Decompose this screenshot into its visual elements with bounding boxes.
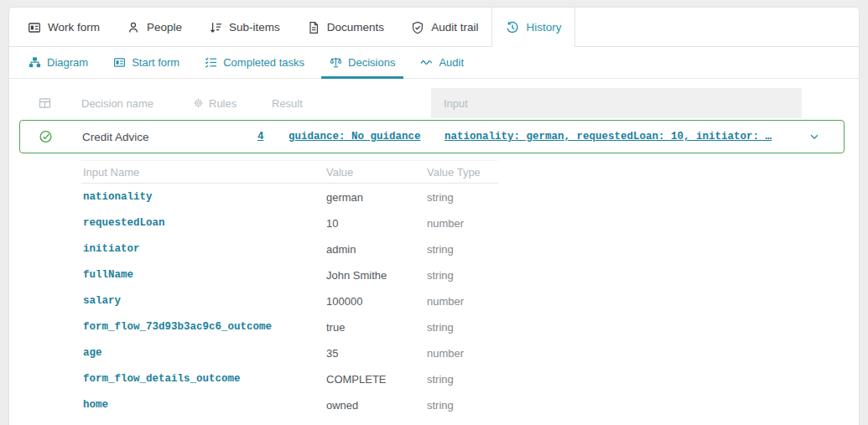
scale-icon	[330, 56, 342, 69]
input-name: initiator	[83, 243, 140, 255]
tab-audit-trail[interactable]: Audit trail	[398, 8, 491, 47]
subtab-label: Audit	[439, 56, 464, 69]
input-details-body: nationality german string requestedLoan …	[81, 184, 498, 417]
input-value: 100000	[326, 294, 362, 307]
decision-row-credit-advice[interactable]: Credit Advice 4 guidance: No guidance na…	[19, 120, 845, 153]
input-name: age	[83, 347, 102, 359]
input-detail-row: home owned string	[81, 391, 498, 417]
chevron-down-icon[interactable]	[808, 131, 820, 143]
tab-label: Audit trail	[431, 21, 478, 34]
sort-desc-icon	[209, 21, 222, 34]
checklist-icon	[205, 56, 217, 69]
input-type: string	[427, 320, 454, 333]
rules-count-link[interactable]: 4	[257, 131, 264, 143]
input-type: string	[427, 190, 454, 203]
input-value: 35	[326, 346, 338, 359]
input-type: number	[427, 346, 464, 359]
tab-work-form[interactable]: Work form	[14, 8, 113, 47]
pulse-icon	[420, 56, 433, 69]
input-name: form_flow_details_outcome	[83, 373, 241, 385]
tab-label: Work form	[48, 21, 100, 34]
tab-label: People	[147, 21, 182, 34]
history-subtabbar: Diagram Start form Complete	[9, 47, 859, 79]
input-detail-row: fullName John Smithe string	[81, 262, 498, 288]
document-icon	[307, 21, 320, 34]
tab-label: Documents	[327, 21, 384, 34]
work-form-icon	[28, 21, 41, 34]
input-column-highlight	[431, 88, 802, 118]
column-header-input: Input	[444, 97, 468, 110]
column-header-decision-name: Decision name	[81, 97, 153, 110]
decision-name: Credit Advice	[82, 131, 149, 143]
decisions-table-header: Decision name Rules Result Input	[9, 87, 859, 119]
column-header-result: Result	[272, 97, 303, 110]
shield-check-icon	[411, 21, 424, 34]
input-value: 10	[326, 216, 338, 229]
input-type: number	[427, 216, 464, 229]
gear-icon	[193, 98, 204, 109]
form-icon	[113, 56, 126, 69]
input-value: admin	[326, 242, 356, 255]
column-header-rules: Rules	[193, 97, 236, 110]
subtab-start-form[interactable]: Start form	[105, 47, 188, 78]
subtab-label: Start form	[132, 56, 179, 69]
column-header-rules-label: Rules	[209, 97, 236, 110]
tab-documents[interactable]: Documents	[294, 8, 398, 47]
input-value: COMPLETE	[326, 372, 387, 385]
subtab-label: Decisions	[348, 56, 395, 69]
column-header-value: Value	[326, 166, 353, 179]
input-detail-row: salary 100000 number	[81, 288, 498, 314]
input-type: string	[427, 398, 454, 411]
input-details-header: Input Name Value Value Type	[81, 160, 498, 184]
input-name: salary	[83, 295, 121, 307]
input-detail-row: initiator admin string	[81, 236, 498, 262]
tab-label: History	[526, 21, 561, 34]
person-icon	[127, 21, 140, 34]
tab-people[interactable]: People	[113, 8, 195, 47]
subtab-label: Diagram	[47, 56, 88, 69]
input-name: home	[83, 399, 108, 411]
input-value: german	[326, 190, 363, 203]
input-type: number	[427, 294, 464, 307]
input-value: true	[326, 320, 345, 333]
subtab-diagram[interactable]: Diagram	[20, 47, 96, 78]
tab-history[interactable]: History	[491, 8, 575, 47]
subtab-audit[interactable]: Audit	[412, 47, 472, 78]
input-value: John Smithe	[326, 268, 387, 281]
subtab-completed-tasks[interactable]: Completed tasks	[196, 47, 313, 78]
check-circle-icon	[39, 130, 53, 144]
case-detail-panel: Work form People Sub-items	[8, 7, 860, 425]
input-detail-row: requestedLoan 10 number	[81, 210, 498, 236]
input-name: requestedLoan	[83, 217, 165, 229]
input-detail-row: nationality german string	[81, 184, 498, 210]
main-tabbar: Work form People Sub-items	[9, 8, 859, 47]
input-detail-row: form_flow_details_outcome COMPLETE strin…	[81, 365, 498, 391]
input-name: nationality	[83, 191, 153, 203]
input-details-table: Input Name Value Value Type nationality …	[81, 160, 498, 417]
input-type: string	[427, 268, 454, 281]
subtab-decisions[interactable]: Decisions	[321, 47, 403, 78]
input-type: string	[427, 372, 454, 385]
result-link[interactable]: guidance: No guidance	[288, 131, 421, 143]
diagram-icon	[29, 56, 41, 69]
tab-sub-items[interactable]: Sub-items	[195, 8, 294, 47]
input-name: form_flow_73d93b3ac9c6_outcome	[83, 321, 272, 333]
tab-label: Sub-items	[229, 21, 280, 34]
input-detail-row: age 35 number	[81, 339, 498, 365]
input-name: fullName	[83, 269, 133, 281]
history-icon	[506, 21, 519, 34]
input-type: string	[427, 242, 454, 255]
column-header-input-name: Input Name	[83, 166, 139, 179]
input-value: owned	[326, 398, 358, 411]
input-preview-link[interactable]: nationality: german, requestedLoan: 10, …	[444, 131, 772, 143]
column-header-value-type: Value Type	[427, 166, 481, 179]
input-detail-row: form_flow_73d93b3ac9c6_outcome true stri…	[81, 314, 498, 339]
table-icon	[39, 97, 51, 110]
subtab-label: Completed tasks	[223, 56, 304, 69]
